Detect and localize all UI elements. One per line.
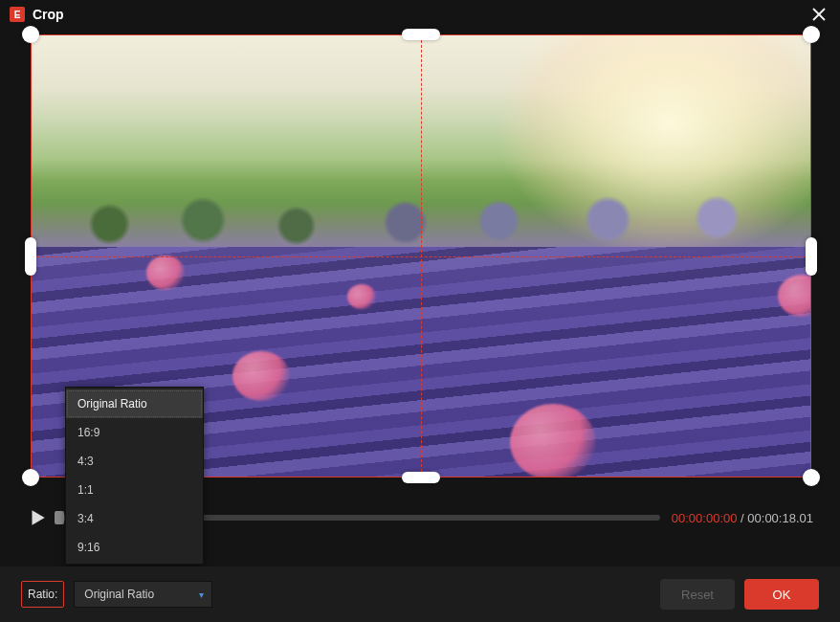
- timeline-thumb[interactable]: [55, 511, 64, 524]
- current-time: 00:00:00:00: [672, 511, 738, 525]
- crop-handle-right[interactable]: [806, 237, 817, 276]
- title-bar: E Crop: [0, 0, 840, 29]
- ok-button[interactable]: OK: [744, 579, 819, 610]
- close-button[interactable]: [807, 3, 830, 26]
- ratio-dropdown-menu[interactable]: Original Ratio 16:9 4:3 1:1 3:4 9:16: [65, 387, 204, 565]
- ratio-option-1-1[interactable]: 1:1: [66, 476, 203, 504]
- app-icon: E: [10, 7, 25, 22]
- play-icon: [27, 507, 48, 528]
- close-icon: [812, 8, 826, 21]
- window-title: Crop: [33, 7, 64, 22]
- crop-handle-bottom[interactable]: [402, 472, 440, 483]
- ratio-option-original[interactable]: Original Ratio: [66, 389, 203, 418]
- ratio-option-4-3[interactable]: 4:3: [66, 447, 203, 476]
- time-readout: 00:00:00:00 / 00:00:18.01: [672, 511, 813, 525]
- crop-handle-bottom-right[interactable]: [803, 469, 820, 486]
- crop-handle-left[interactable]: [25, 237, 36, 276]
- ratio-option-16-9[interactable]: 16:9: [66, 418, 203, 447]
- chevron-down-icon: ▾: [199, 589, 204, 600]
- duration-time: 00:00:18.01: [747, 511, 813, 525]
- ratio-option-9-16[interactable]: 9:16: [66, 533, 203, 562]
- crop-handle-top-right[interactable]: [803, 26, 820, 43]
- play-button[interactable]: [27, 507, 48, 528]
- crop-handle-top-left[interactable]: [22, 26, 39, 43]
- ratio-selected-value: Original Ratio: [84, 588, 154, 601]
- ratio-label: Ratio:: [21, 581, 64, 608]
- bottom-bar: Ratio: Original Ratio ▾ Reset OK: [0, 566, 840, 622]
- reset-button[interactable]: Reset: [660, 579, 735, 610]
- ratio-select[interactable]: Original Ratio ▾: [74, 581, 212, 608]
- crop-handle-top[interactable]: [402, 29, 440, 40]
- ratio-option-3-4[interactable]: 3:4: [66, 504, 203, 533]
- crop-guide-horizontal: [32, 256, 810, 257]
- crop-handle-bottom-left[interactable]: [22, 469, 39, 486]
